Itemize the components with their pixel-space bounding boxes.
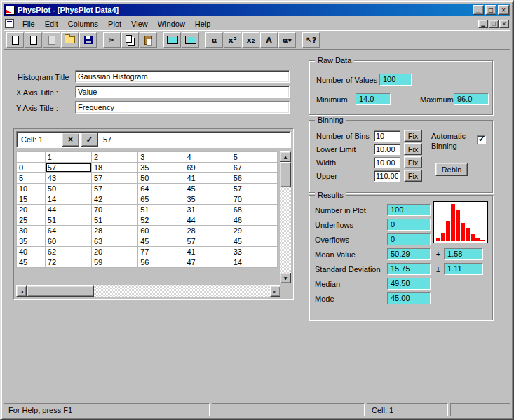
column-header[interactable]: 5 [231,152,277,163]
table-cell[interactable]: 33 [231,247,277,257]
open-button[interactable] [61,32,79,48]
paste-button[interactable] [140,32,157,48]
subscript-button[interactable]: x₂ [242,32,259,48]
mdi-restore-button[interactable]: □ [489,20,499,28]
table-cell[interactable]: 43 [45,173,91,184]
table-cell[interactable]: 59 [92,257,138,268]
copy-button[interactable] [121,32,139,48]
show-data-window-button[interactable] [182,32,199,48]
overbar-button[interactable]: Ā [260,32,278,48]
table-cell[interactable]: 57 [231,184,277,194]
table-cell[interactable]: 60 [138,226,184,236]
vertical-scrollbar-thumb[interactable] [280,162,291,187]
rebin-button[interactable]: Rebin [435,163,468,176]
table-cell[interactable]: 56 [138,257,184,268]
table-cell[interactable]: 56 [231,173,277,184]
row-header[interactable]: 25 [17,215,46,226]
menu-help[interactable]: Help [190,18,216,30]
mdi-minimize-button[interactable]: ▁ [478,20,488,28]
number-of-bins-fix-button[interactable]: Fix [404,130,422,142]
show-plot-window-button[interactable] [163,32,181,48]
menu-file[interactable]: File [18,18,40,30]
table-cell[interactable]: 46 [231,215,277,226]
table-cell[interactable]: 60 [45,236,91,247]
row-header[interactable]: 15 [17,194,46,205]
table-cell[interactable]: 50 [45,184,91,194]
number-of-bins-input[interactable] [374,130,400,142]
row-header[interactable]: 10 [17,184,46,194]
horizontal-scrollbar[interactable]: ◄ ► [16,285,280,297]
table-cell[interactable]: 28 [184,226,231,236]
mdi-close-button[interactable]: × [499,20,509,28]
row-header[interactable]: 30 [17,226,46,236]
minimize-button[interactable]: ▁ [473,5,484,15]
width-fix-button[interactable]: Fix [404,156,422,168]
width-input[interactable] [374,157,400,168]
scroll-right-button[interactable]: ► [270,285,280,297]
scroll-down-button[interactable]: ▼ [280,273,291,283]
greek-symbol-button[interactable]: α [205,32,223,48]
table-cell[interactable]: 45 [231,236,277,247]
automatic-binning-checkbox[interactable] [477,135,486,144]
column-header[interactable]: 3 [138,152,184,163]
table-cell[interactable]: 14 [45,194,91,205]
table-cell[interactable]: 57 [45,163,91,173]
row-header[interactable]: 5 [17,173,46,184]
upper-fix-button[interactable]: Fix [404,170,422,182]
table-cell[interactable]: 35 [184,194,231,205]
table-cell[interactable]: 52 [138,215,184,226]
row-header[interactable]: 45 [17,257,46,268]
row-header[interactable]: 40 [17,247,46,257]
row-header[interactable]: 0 [17,163,46,173]
context-help-button[interactable]: ↖? [302,32,320,48]
table-cell[interactable]: 64 [45,226,91,236]
cancel-edit-button[interactable]: × [62,133,79,147]
table-cell[interactable]: 45 [138,236,184,247]
save-button[interactable] [79,32,97,48]
table-cell[interactable]: 45 [184,184,231,194]
lower-limit-fix-button[interactable]: Fix [404,143,422,155]
table-cell[interactable]: 42 [92,194,138,205]
row-header[interactable]: 35 [17,236,46,247]
cut-button[interactable]: ✂ [103,32,121,48]
table-cell[interactable]: 18 [92,163,138,173]
table-cell[interactable]: 14 [231,257,277,268]
close-button[interactable]: × [498,5,509,15]
table-cell[interactable]: 50 [138,173,184,184]
table-cell[interactable]: 41 [184,173,231,184]
table-cell[interactable]: 68 [231,205,277,215]
table-cell[interactable]: 47 [184,257,231,268]
table-cell[interactable]: 44 [184,215,231,226]
table-cell[interactable]: 65 [138,194,184,205]
vertical-scrollbar[interactable]: ▲ ▼ [280,151,291,283]
table-cell[interactable]: 70 [92,205,138,215]
menu-view[interactable]: View [126,18,153,30]
column-header[interactable]: 1 [45,152,91,163]
superscript-button[interactable]: x² [224,32,241,48]
scroll-left-button[interactable]: ◄ [16,285,27,297]
table-cell[interactable]: 41 [184,247,231,257]
table-cell[interactable]: 51 [92,215,138,226]
accept-edit-button[interactable]: ✓ [81,133,98,147]
new-document-button[interactable] [6,32,24,48]
table-cell[interactable]: 62 [45,247,91,257]
cell-value-input[interactable] [100,133,290,146]
new-plot-button[interactable] [25,32,42,48]
table-cell[interactable]: 31 [184,205,231,215]
menu-plot[interactable]: Plot [103,18,126,30]
table-cell[interactable]: 63 [92,236,138,247]
table-cell[interactable]: 44 [45,205,91,215]
table-cell[interactable]: 67 [231,163,277,173]
row-header[interactable]: 20 [17,205,46,215]
lower-limit-input[interactable] [374,144,400,155]
table-cell[interactable]: 20 [92,247,138,257]
table-cell[interactable]: 51 [138,205,184,215]
table-cell[interactable]: 77 [138,247,184,257]
table-cell[interactable]: 72 [45,257,91,268]
table-cell[interactable]: 64 [138,184,184,194]
maximize-button[interactable]: □ [485,5,496,15]
menu-window[interactable]: Window [153,18,190,30]
histogram-title-input[interactable] [75,70,290,83]
menu-edit[interactable]: Edit [40,18,63,30]
table-cell[interactable]: 57 [92,184,138,194]
